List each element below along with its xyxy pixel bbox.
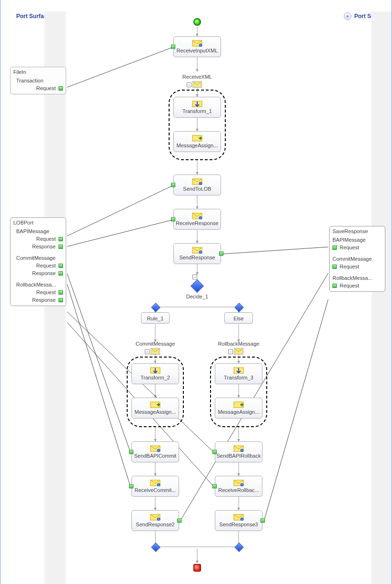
port-lobport[interactable]: LOBPort BAPIMessage Request Response Com… [10, 217, 66, 306]
shape-anchor-icon [171, 217, 175, 222]
shape-transform-3[interactable]: Transform_3 [215, 363, 262, 384]
port-lobport-bapi-request[interactable]: Request [13, 236, 63, 242]
shape-label: Transform_2 [141, 375, 170, 380]
merge-left-diamond-icon [151, 543, 161, 552]
transform-icon [192, 101, 202, 107]
port-lobport-commit-request[interactable]: Request [13, 263, 63, 268]
shape-label: SendResponse3 [219, 522, 258, 527]
port-lobport-commit-label: CommitMessage [16, 255, 63, 261]
shape-label: MessageAssign... [135, 409, 176, 415]
svg-point-46 [199, 216, 202, 219]
svg-point-62 [241, 449, 243, 452]
merge-right-diamond-icon [234, 543, 244, 552]
svg-point-48 [199, 251, 202, 254]
shape-transform-2[interactable]: Transform_2 [131, 363, 179, 384]
port-lobport-bapi-response[interactable]: Response [13, 244, 63, 249]
svg-point-44 [199, 182, 202, 185]
shape-label: Rule_1 [147, 316, 164, 321]
orchestration-designer-canvas[interactable]: Port Surface « » Port Surface [0, 0, 392, 584]
port-filein-request[interactable]: Request [13, 85, 63, 91]
stop-icon [193, 564, 201, 572]
port-anchor-icon [59, 271, 63, 276]
shape-label: SendBAPICommit [134, 453, 177, 459]
port-save-commit-request[interactable]: Request [332, 264, 382, 269]
shape-message-assign-1[interactable]: MessageAssign... [173, 131, 221, 152]
receive-icon [192, 40, 202, 47]
shape-label: ReceiveInputXML [177, 48, 218, 53]
shape-receive-rollback[interactable]: ReceiveRollbac... [215, 476, 262, 497]
port-save-rollback-request[interactable]: Request [332, 283, 382, 288]
shape-send-response-3[interactable]: SendResponse3 [215, 510, 262, 531]
port-anchor-icon [59, 298, 63, 302]
construct-message-icon [192, 81, 202, 88]
construct-message-icon [151, 348, 160, 355]
port-filein[interactable]: FileIn Transaction Request [10, 67, 66, 94]
svg-line-31 [67, 274, 131, 452]
shape-label: SendBAPIRollback [217, 453, 261, 459]
shape-label: MessageAssign... [177, 143, 218, 148]
shape-label: SendToLOB [183, 186, 211, 192]
collapse-right-icon[interactable]: » [344, 12, 352, 20]
shape-receive-response[interactable]: ReceiveResponse [173, 209, 221, 230]
branch-right-diamond-icon [234, 303, 244, 312]
send-icon [150, 514, 161, 521]
svg-line-29 [67, 185, 173, 236]
port-save-commit-label: CommitMessage [332, 256, 382, 262]
port-anchor-icon [59, 237, 63, 241]
shape-send-response[interactable]: SendResponse [173, 243, 221, 264]
receive-icon [192, 213, 202, 219]
receive-icon [150, 480, 161, 486]
shape-transform-1[interactable]: Transform_1 [173, 97, 221, 118]
svg-point-64 [241, 483, 243, 486]
decide-label: Decide_1 [181, 294, 214, 299]
shape-else[interactable]: Else [224, 312, 253, 324]
port-anchor-icon [332, 284, 337, 288]
port-lobport-rollback-request[interactable]: Request [13, 289, 63, 295]
shape-send-to-lob[interactable]: SendToLOB [173, 174, 221, 195]
transform-icon [233, 367, 244, 374]
scope-toggle-icon[interactable]: − [145, 349, 150, 354]
shape-receive-commit[interactable]: ReceiveCommit... [131, 476, 179, 497]
shape-send-response-2[interactable]: SendResponse2 [131, 510, 179, 531]
shape-message-assign-2[interactable]: MessageAssign... [131, 398, 179, 419]
branch-left-diamond-icon [151, 303, 161, 312]
construct-message-icon [234, 348, 243, 355]
svg-line-37 [264, 299, 328, 521]
port-lobport-rollback-label: RollbackMessa... [16, 282, 63, 287]
scope-title: CommitMessage [136, 341, 175, 347]
shape-message-assign-3[interactable]: MessageAssign... [215, 398, 262, 419]
port-save-bapi-request[interactable]: Request [332, 245, 382, 250]
transform-icon [150, 367, 161, 374]
shape-anchor-icon [212, 450, 217, 454]
scope-toggle-icon[interactable]: − [187, 82, 191, 87]
svg-line-28 [67, 47, 173, 87]
shape-label: ReceiveCommit... [135, 487, 176, 493]
port-saveresponse[interactable]: SaveResponse BAPIMessage Request CommitM… [329, 226, 385, 292]
send-icon [192, 247, 202, 254]
port-lobport-commit-response[interactable]: Response [13, 270, 63, 276]
port-anchor-icon [59, 245, 63, 249]
port-save-name: SaveResponse [332, 228, 382, 234]
port-anchor-icon [332, 246, 337, 250]
shape-rule-1[interactable]: Rule_1 [141, 312, 170, 324]
svg-point-56 [157, 449, 160, 452]
scope-title: ReceiveXML [182, 74, 212, 80]
port-lobport-rollback-response[interactable]: Response [13, 297, 63, 303]
assign-icon [150, 401, 161, 408]
shape-send-bapi-commit[interactable]: SendBAPICommit [131, 441, 179, 462]
port-save-bapi-label: BAPIMessage [332, 237, 382, 243]
shape-label: Transform_3 [224, 375, 253, 380]
receive-icon [233, 480, 244, 486]
shape-receive-input-xml[interactable]: ReceiveInputXML [173, 36, 221, 57]
decide-toggle-icon[interactable]: − [192, 275, 197, 279]
scope-title: RollbackMessage [218, 341, 260, 347]
shape-anchor-icon [219, 252, 223, 256]
port-anchor-icon [59, 86, 63, 91]
send-icon [150, 445, 161, 452]
shape-send-bapi-rollback[interactable]: SendBAPIRollback [215, 441, 262, 462]
svg-line-30 [67, 220, 173, 246]
shape-label: Transform_1 [182, 108, 212, 114]
scope-toggle-icon[interactable]: − [228, 349, 233, 354]
shape-label: SendResponse [179, 255, 215, 260]
svg-point-58 [157, 483, 160, 486]
